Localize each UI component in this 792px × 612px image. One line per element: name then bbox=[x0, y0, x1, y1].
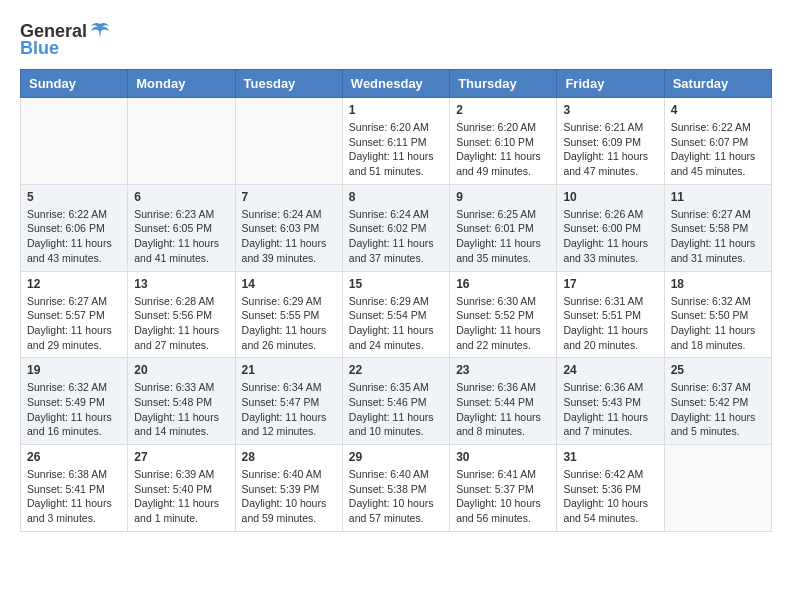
day-number: 5 bbox=[27, 190, 121, 204]
day-number: 9 bbox=[456, 190, 550, 204]
calendar-empty-cell bbox=[235, 98, 342, 185]
day-number: 23 bbox=[456, 363, 550, 377]
calendar-day-9: 9Sunrise: 6:25 AM Sunset: 6:01 PM Daylig… bbox=[450, 184, 557, 271]
calendar-day-12: 12Sunrise: 6:27 AM Sunset: 5:57 PM Dayli… bbox=[21, 271, 128, 358]
day-info: Sunrise: 6:22 AM Sunset: 6:07 PM Dayligh… bbox=[671, 120, 765, 179]
day-number: 10 bbox=[563, 190, 657, 204]
day-info: Sunrise: 6:32 AM Sunset: 5:49 PM Dayligh… bbox=[27, 380, 121, 439]
calendar-day-3: 3Sunrise: 6:21 AM Sunset: 6:09 PM Daylig… bbox=[557, 98, 664, 185]
day-number: 17 bbox=[563, 277, 657, 291]
day-number: 3 bbox=[563, 103, 657, 117]
day-info: Sunrise: 6:31 AM Sunset: 5:51 PM Dayligh… bbox=[563, 294, 657, 353]
day-info: Sunrise: 6:30 AM Sunset: 5:52 PM Dayligh… bbox=[456, 294, 550, 353]
day-number: 7 bbox=[242, 190, 336, 204]
weekday-header-friday: Friday bbox=[557, 70, 664, 98]
day-number: 27 bbox=[134, 450, 228, 464]
calendar-day-19: 19Sunrise: 6:32 AM Sunset: 5:49 PM Dayli… bbox=[21, 358, 128, 445]
day-info: Sunrise: 6:20 AM Sunset: 6:11 PM Dayligh… bbox=[349, 120, 443, 179]
weekday-header-monday: Monday bbox=[128, 70, 235, 98]
day-info: Sunrise: 6:21 AM Sunset: 6:09 PM Dayligh… bbox=[563, 120, 657, 179]
calendar-day-27: 27Sunrise: 6:39 AM Sunset: 5:40 PM Dayli… bbox=[128, 445, 235, 532]
day-info: Sunrise: 6:40 AM Sunset: 5:39 PM Dayligh… bbox=[242, 467, 336, 526]
day-info: Sunrise: 6:22 AM Sunset: 6:06 PM Dayligh… bbox=[27, 207, 121, 266]
day-info: Sunrise: 6:38 AM Sunset: 5:41 PM Dayligh… bbox=[27, 467, 121, 526]
calendar-day-4: 4Sunrise: 6:22 AM Sunset: 6:07 PM Daylig… bbox=[664, 98, 771, 185]
calendar-empty-cell bbox=[664, 445, 771, 532]
day-number: 15 bbox=[349, 277, 443, 291]
day-number: 24 bbox=[563, 363, 657, 377]
day-number: 31 bbox=[563, 450, 657, 464]
calendar-day-24: 24Sunrise: 6:36 AM Sunset: 5:43 PM Dayli… bbox=[557, 358, 664, 445]
calendar-day-16: 16Sunrise: 6:30 AM Sunset: 5:52 PM Dayli… bbox=[450, 271, 557, 358]
day-info: Sunrise: 6:24 AM Sunset: 6:02 PM Dayligh… bbox=[349, 207, 443, 266]
weekday-header-wednesday: Wednesday bbox=[342, 70, 449, 98]
day-number: 13 bbox=[134, 277, 228, 291]
calendar-day-13: 13Sunrise: 6:28 AM Sunset: 5:56 PM Dayli… bbox=[128, 271, 235, 358]
calendar-day-25: 25Sunrise: 6:37 AM Sunset: 5:42 PM Dayli… bbox=[664, 358, 771, 445]
day-number: 20 bbox=[134, 363, 228, 377]
calendar-day-11: 11Sunrise: 6:27 AM Sunset: 5:58 PM Dayli… bbox=[664, 184, 771, 271]
calendar-day-22: 22Sunrise: 6:35 AM Sunset: 5:46 PM Dayli… bbox=[342, 358, 449, 445]
calendar-week-row: 12Sunrise: 6:27 AM Sunset: 5:57 PM Dayli… bbox=[21, 271, 772, 358]
day-info: Sunrise: 6:32 AM Sunset: 5:50 PM Dayligh… bbox=[671, 294, 765, 353]
day-number: 16 bbox=[456, 277, 550, 291]
calendar-empty-cell bbox=[128, 98, 235, 185]
day-info: Sunrise: 6:42 AM Sunset: 5:36 PM Dayligh… bbox=[563, 467, 657, 526]
calendar-day-5: 5Sunrise: 6:22 AM Sunset: 6:06 PM Daylig… bbox=[21, 184, 128, 271]
day-number: 2 bbox=[456, 103, 550, 117]
day-info: Sunrise: 6:37 AM Sunset: 5:42 PM Dayligh… bbox=[671, 380, 765, 439]
logo-blue-text: Blue bbox=[20, 38, 59, 59]
day-info: Sunrise: 6:40 AM Sunset: 5:38 PM Dayligh… bbox=[349, 467, 443, 526]
day-number: 28 bbox=[242, 450, 336, 464]
calendar-day-14: 14Sunrise: 6:29 AM Sunset: 5:55 PM Dayli… bbox=[235, 271, 342, 358]
weekday-header-row: SundayMondayTuesdayWednesdayThursdayFrid… bbox=[21, 70, 772, 98]
calendar-day-18: 18Sunrise: 6:32 AM Sunset: 5:50 PM Dayli… bbox=[664, 271, 771, 358]
day-info: Sunrise: 6:27 AM Sunset: 5:57 PM Dayligh… bbox=[27, 294, 121, 353]
calendar-day-1: 1Sunrise: 6:20 AM Sunset: 6:11 PM Daylig… bbox=[342, 98, 449, 185]
calendar-day-26: 26Sunrise: 6:38 AM Sunset: 5:41 PM Dayli… bbox=[21, 445, 128, 532]
day-number: 30 bbox=[456, 450, 550, 464]
day-number: 22 bbox=[349, 363, 443, 377]
calendar-week-row: 5Sunrise: 6:22 AM Sunset: 6:06 PM Daylig… bbox=[21, 184, 772, 271]
weekday-header-tuesday: Tuesday bbox=[235, 70, 342, 98]
calendar-day-20: 20Sunrise: 6:33 AM Sunset: 5:48 PM Dayli… bbox=[128, 358, 235, 445]
day-number: 11 bbox=[671, 190, 765, 204]
day-number: 18 bbox=[671, 277, 765, 291]
calendar-week-row: 26Sunrise: 6:38 AM Sunset: 5:41 PM Dayli… bbox=[21, 445, 772, 532]
calendar-day-21: 21Sunrise: 6:34 AM Sunset: 5:47 PM Dayli… bbox=[235, 358, 342, 445]
day-info: Sunrise: 6:39 AM Sunset: 5:40 PM Dayligh… bbox=[134, 467, 228, 526]
day-info: Sunrise: 6:29 AM Sunset: 5:55 PM Dayligh… bbox=[242, 294, 336, 353]
day-info: Sunrise: 6:41 AM Sunset: 5:37 PM Dayligh… bbox=[456, 467, 550, 526]
calendar-day-17: 17Sunrise: 6:31 AM Sunset: 5:51 PM Dayli… bbox=[557, 271, 664, 358]
day-info: Sunrise: 6:26 AM Sunset: 6:00 PM Dayligh… bbox=[563, 207, 657, 266]
calendar-day-28: 28Sunrise: 6:40 AM Sunset: 5:39 PM Dayli… bbox=[235, 445, 342, 532]
day-number: 21 bbox=[242, 363, 336, 377]
day-info: Sunrise: 6:23 AM Sunset: 6:05 PM Dayligh… bbox=[134, 207, 228, 266]
logo: General Blue bbox=[20, 20, 111, 59]
calendar-day-15: 15Sunrise: 6:29 AM Sunset: 5:54 PM Dayli… bbox=[342, 271, 449, 358]
day-info: Sunrise: 6:29 AM Sunset: 5:54 PM Dayligh… bbox=[349, 294, 443, 353]
calendar-empty-cell bbox=[21, 98, 128, 185]
day-info: Sunrise: 6:28 AM Sunset: 5:56 PM Dayligh… bbox=[134, 294, 228, 353]
day-info: Sunrise: 6:24 AM Sunset: 6:03 PM Dayligh… bbox=[242, 207, 336, 266]
calendar-day-7: 7Sunrise: 6:24 AM Sunset: 6:03 PM Daylig… bbox=[235, 184, 342, 271]
day-info: Sunrise: 6:27 AM Sunset: 5:58 PM Dayligh… bbox=[671, 207, 765, 266]
day-info: Sunrise: 6:25 AM Sunset: 6:01 PM Dayligh… bbox=[456, 207, 550, 266]
calendar-day-2: 2Sunrise: 6:20 AM Sunset: 6:10 PM Daylig… bbox=[450, 98, 557, 185]
day-number: 12 bbox=[27, 277, 121, 291]
calendar-day-6: 6Sunrise: 6:23 AM Sunset: 6:05 PM Daylig… bbox=[128, 184, 235, 271]
calendar-day-23: 23Sunrise: 6:36 AM Sunset: 5:44 PM Dayli… bbox=[450, 358, 557, 445]
day-info: Sunrise: 6:20 AM Sunset: 6:10 PM Dayligh… bbox=[456, 120, 550, 179]
logo-bird-icon bbox=[89, 20, 111, 42]
weekday-header-saturday: Saturday bbox=[664, 70, 771, 98]
day-number: 14 bbox=[242, 277, 336, 291]
day-info: Sunrise: 6:35 AM Sunset: 5:46 PM Dayligh… bbox=[349, 380, 443, 439]
day-info: Sunrise: 6:36 AM Sunset: 5:43 PM Dayligh… bbox=[563, 380, 657, 439]
calendar-day-29: 29Sunrise: 6:40 AM Sunset: 5:38 PM Dayli… bbox=[342, 445, 449, 532]
day-number: 4 bbox=[671, 103, 765, 117]
calendar-day-31: 31Sunrise: 6:42 AM Sunset: 5:36 PM Dayli… bbox=[557, 445, 664, 532]
weekday-header-sunday: Sunday bbox=[21, 70, 128, 98]
day-number: 25 bbox=[671, 363, 765, 377]
day-info: Sunrise: 6:36 AM Sunset: 5:44 PM Dayligh… bbox=[456, 380, 550, 439]
day-number: 29 bbox=[349, 450, 443, 464]
